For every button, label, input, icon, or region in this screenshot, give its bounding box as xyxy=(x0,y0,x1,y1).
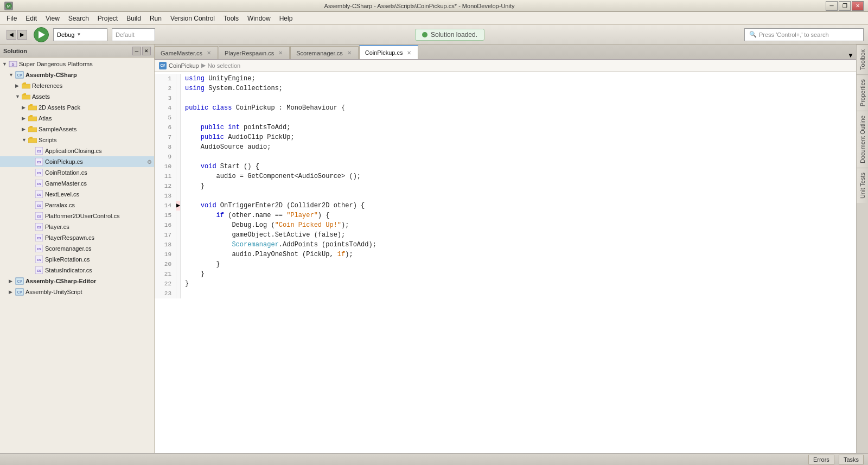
tree-node[interactable]: csPlayerRespawn.cs xyxy=(0,232,154,243)
line-content[interactable]: } xyxy=(181,269,205,279)
line-content[interactable]: Scoremanager.AddPoints (pointsToAdd); xyxy=(181,240,376,250)
right-panel-tab[interactable]: Document Outline xyxy=(857,111,868,168)
cs-file-icon: cs xyxy=(35,244,43,253)
menu-item-window[interactable]: Window xyxy=(243,14,275,23)
debug-combo[interactable]: Debug ▼ xyxy=(53,28,107,41)
tree-node[interactable]: ▶C#Assembly-UnityScript xyxy=(0,286,154,297)
line-content[interactable]: } xyxy=(181,279,189,289)
menu-item-edit[interactable]: Edit xyxy=(21,14,41,23)
tasks-panel[interactable]: Tasks xyxy=(839,455,864,464)
editor-tab[interactable]: CoinPickup.cs✕ xyxy=(359,45,419,59)
menu-item-file[interactable]: File xyxy=(2,14,21,23)
line-content[interactable]: gameObject.SetActive (false); xyxy=(181,230,345,240)
search-box[interactable]: 🔍 Press 'Control+,' to search xyxy=(744,28,864,41)
tab-close-button[interactable]: ✕ xyxy=(206,50,212,56)
tree-node[interactable]: csScoremanager.cs xyxy=(0,243,154,254)
menu-item-version control[interactable]: Version Control xyxy=(166,14,219,23)
tree-node[interactable]: ▶2D Assets Pack xyxy=(0,102,154,113)
tree-node[interactable]: csCoinPickup.cs⚙ xyxy=(0,156,154,167)
run-button[interactable] xyxy=(34,27,49,42)
line-content[interactable]: audio.PlayOneShot (PickUp, 1f); xyxy=(181,250,353,259)
sidebar-close-button[interactable]: ✕ xyxy=(142,47,151,55)
tree-node[interactable]: ▶References xyxy=(0,80,154,91)
menu-item-project[interactable]: Project xyxy=(93,14,122,23)
tree-expand-arrow: ▶ xyxy=(9,289,15,295)
tree-node-label: Player.cs xyxy=(45,224,69,230)
menu-item-help[interactable]: Help xyxy=(275,14,297,23)
sidebar-hide-button[interactable]: ─ xyxy=(132,47,141,55)
line-content[interactable]: using UnityEngine; xyxy=(181,74,256,84)
tab-close-button[interactable]: ✕ xyxy=(346,50,353,56)
tree-node[interactable]: ▶Atlas xyxy=(0,113,154,124)
tree-node[interactable]: csApplicationClosing.cs xyxy=(0,145,154,156)
editor-tab[interactable]: Scoremanager.cs✕ xyxy=(290,46,359,59)
minimize-button[interactable]: ─ xyxy=(826,1,838,11)
tree-node[interactable]: csCoinRotation.cs xyxy=(0,167,154,178)
tree-node[interactable]: csPlayer.cs xyxy=(0,221,154,232)
editor-tab[interactable]: GameMaster.cs✕ xyxy=(155,46,218,59)
tree-node[interactable]: csParralax.cs xyxy=(0,200,154,211)
menu-item-view[interactable]: View xyxy=(41,14,64,23)
line-content[interactable] xyxy=(181,152,185,162)
tree-node[interactable]: ▼SSuper Dangerous Platforms xyxy=(0,59,154,69)
restore-button[interactable]: ❐ xyxy=(839,1,851,11)
line-content[interactable] xyxy=(181,191,185,201)
tree-node[interactable]: ▶C#Assembly-CSharp-Editor xyxy=(0,276,154,286)
line-marker xyxy=(176,259,181,269)
line-content[interactable]: if (other.name == "Player") { xyxy=(181,211,329,220)
tree-node[interactable]: ▼Assets xyxy=(0,91,154,102)
line-content[interactable]: } xyxy=(181,181,205,191)
errors-panel[interactable]: Errors xyxy=(808,455,834,464)
line-marker xyxy=(176,74,181,84)
tree-node[interactable]: csSpikeRotation.cs xyxy=(0,254,154,265)
code-editor[interactable]: 1using UnityEngine;2using System.Collect… xyxy=(155,72,856,453)
right-panel-tab[interactable]: Properties xyxy=(857,74,868,111)
editor-tab[interactable]: PlayerRespawn.cs✕ xyxy=(219,46,290,59)
tree-node[interactable]: csNextLevel.cs xyxy=(0,189,154,200)
tree-node[interactable]: ▼Scripts xyxy=(0,135,154,145)
svg-text:cs: cs xyxy=(37,258,41,262)
line-content[interactable]: public int pointsToAdd; xyxy=(181,123,290,132)
line-content[interactable]: void OnTriggerEnter2D (Collider2D other)… xyxy=(181,201,365,211)
nav-back-button[interactable]: ◀ xyxy=(7,30,16,40)
default-input[interactable]: Default xyxy=(112,28,155,41)
right-panel-tab[interactable]: Unit Tests xyxy=(857,168,868,203)
tree-node[interactable]: csGameMaster.cs xyxy=(0,178,154,189)
settings-icon[interactable]: ⚙ xyxy=(147,159,154,165)
right-panel-tab[interactable]: Toolbox xyxy=(857,44,868,74)
line-content[interactable]: public AudioClip PickUp; xyxy=(181,132,295,142)
line-content[interactable]: AudioSource audio; xyxy=(181,142,271,152)
line-content[interactable]: Debug.Log ("Coin Picked Up!"); xyxy=(181,220,349,230)
line-content[interactable]: using System.Collections; xyxy=(181,84,283,93)
line-number: 6 xyxy=(155,123,176,132)
line-number: 22 xyxy=(155,279,176,289)
line-content[interactable]: void Start () { xyxy=(181,162,259,171)
tab-close-button[interactable]: ✕ xyxy=(277,50,284,56)
svg-text:C#: C# xyxy=(17,279,22,283)
line-content[interactable]: public class CoinPickup : MonoBehaviour … xyxy=(181,103,345,113)
tree-node[interactable]: ▼C#Assembly-CSharp xyxy=(0,69,154,80)
menu-item-tools[interactable]: Tools xyxy=(219,14,243,23)
close-button[interactable]: ✕ xyxy=(852,1,864,11)
menu-item-build[interactable]: Build xyxy=(122,14,145,23)
tree-node[interactable]: csStatusIndicator.cs xyxy=(0,265,154,276)
tab-close-button[interactable]: ✕ xyxy=(406,50,412,56)
tree-node[interactable]: csPlatformer2DUserControl.cs xyxy=(0,211,154,221)
line-content[interactable] xyxy=(181,113,185,123)
cs-file-icon: cs xyxy=(35,157,43,166)
code-line: 12 } xyxy=(155,181,856,191)
line-content[interactable] xyxy=(181,289,185,298)
line-content[interactable]: audio = GetComponent<AudioSource> (); xyxy=(181,171,361,181)
line-content[interactable] xyxy=(181,93,185,103)
solution-icon: S xyxy=(9,60,17,68)
line-marker xyxy=(176,250,181,259)
tabs-overflow-button[interactable]: ▼ xyxy=(845,52,856,59)
tree-expand-arrow: ▶ xyxy=(22,126,28,132)
code-token xyxy=(185,212,216,219)
menu-item-run[interactable]: Run xyxy=(145,14,166,23)
line-content[interactable]: } xyxy=(181,259,220,269)
menu-item-search[interactable]: Search xyxy=(64,14,93,23)
window-title: Assembly-CSharp - Assets\Scripts\CoinPic… xyxy=(13,3,826,9)
nav-forward-button[interactable]: ▶ xyxy=(17,30,27,40)
tree-node[interactable]: ▶SampleAssets xyxy=(0,124,154,135)
